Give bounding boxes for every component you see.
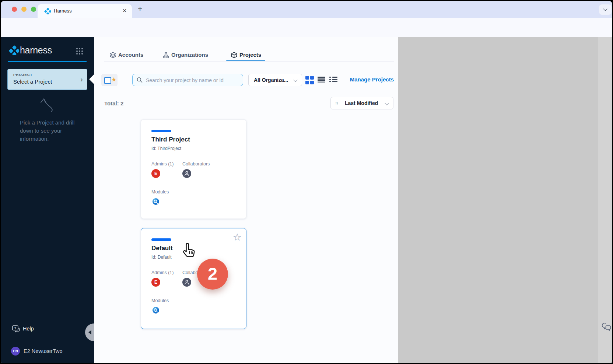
user-avatar: EN	[11, 347, 20, 356]
tabs-divider	[104, 61, 394, 62]
favorites-checkbox[interactable]	[104, 77, 111, 84]
annotation-step-badge: 2	[197, 259, 228, 290]
project-title: Default	[151, 245, 173, 252]
svg-text:?: ?	[14, 326, 17, 330]
browser-window: Harness ✕ + app.harness.io/ng/account/YW…	[1, 1, 612, 363]
collaborator-avatar[interactable]	[182, 278, 191, 287]
project-title: Third Project	[151, 136, 190, 143]
rows-view-toggle[interactable]	[318, 77, 325, 84]
help-button[interactable]: ? Help	[12, 325, 20, 334]
harness-favicon-icon	[44, 8, 51, 16]
browser-tab[interactable]: Harness ✕	[38, 4, 132, 18]
grid-view-toggle[interactable]	[305, 76, 314, 86]
total-count: Total: 2	[104, 100, 123, 106]
module-switcher-icon[interactable]	[76, 48, 83, 56]
favorites-filter: ★	[101, 74, 118, 86]
chevron-down-icon	[603, 7, 607, 11]
module-icon[interactable]	[152, 307, 160, 315]
hand-cursor-icon	[182, 242, 197, 263]
manage-projects-link[interactable]: Manage Projects	[337, 73, 394, 86]
sort-dropdown-value: Last Modified	[345, 100, 378, 106]
favorite-star-outline-icon[interactable]: ☆	[233, 231, 242, 243]
tab-accounts-label: Accounts	[118, 52, 143, 58]
tab-organizations-label: Organizations	[171, 52, 208, 58]
person-icon	[184, 279, 190, 285]
project-card-third-project[interactable]: Third Project Id: ThirdProject Admins (1…	[141, 119, 246, 219]
project-selector[interactable]: PROJECT Select a Project ›	[7, 69, 87, 90]
collaborator-avatar[interactable]	[182, 169, 191, 178]
tab-search-button[interactable]	[599, 4, 612, 15]
browser-toolbar: app.harness.io/ng/account/YWdkwNPiTceDUK…	[1, 18, 612, 38]
modules-label: Modules	[151, 189, 169, 195]
admin-avatar[interactable]: E	[151, 169, 160, 178]
org-chart-icon	[163, 52, 169, 60]
sort-arrows-icon: ↑↓	[335, 100, 337, 105]
chevron-down-icon	[385, 101, 389, 105]
admin-avatar[interactable]: E	[151, 278, 160, 287]
project-search	[132, 74, 243, 86]
project-color-bar	[151, 130, 171, 132]
project-card-default[interactable]: ☆ Default Id: Default Admins (1) Collabo…	[141, 228, 246, 329]
screenshot-stage: Harness ✕ + app.harness.io/ng/account/YW…	[0, 0, 613, 364]
person-icon	[184, 171, 190, 176]
window-zoom-button[interactable]	[31, 7, 36, 12]
doodle-arrow-icon	[37, 95, 56, 115]
modules-label: Modules	[151, 298, 169, 303]
sidebar-hint-text: Pick a Project and drill down to see you…	[20, 119, 87, 143]
module-icon[interactable]	[152, 198, 160, 207]
collapse-arrow-icon	[88, 330, 91, 335]
search-icon	[137, 77, 143, 83]
help-label: Help	[23, 326, 34, 332]
organization-dropdown-value: All Organiza...	[254, 77, 288, 83]
project-id: Id: Default	[151, 255, 172, 260]
layers-icon	[110, 52, 116, 60]
favorite-star-icon[interactable]: ★	[111, 76, 116, 83]
collaborators-label: Collaborators	[182, 161, 210, 167]
project-id: Id: ThirdProject	[151, 146, 181, 151]
sort-dropdown[interactable]: ↑↓ Last Modified	[330, 97, 393, 109]
harness-wordmark: harness	[20, 45, 52, 56]
chat-bubbles-icon[interactable]	[602, 322, 612, 333]
tab-title: Harness	[54, 8, 71, 14]
user-name: E2 NewuserTwo	[24, 348, 63, 354]
chevron-right-icon: ›	[80, 75, 83, 84]
tab-strip: Harness ✕ +	[1, 1, 612, 18]
window-minimize-button[interactable]	[21, 7, 27, 12]
tab-close-icon[interactable]: ✕	[122, 8, 127, 14]
tab-projects-label: Projects	[239, 52, 261, 58]
admins-label: Admins (1)	[151, 161, 174, 167]
window-close-button[interactable]	[12, 7, 17, 12]
project-selector-label: PROJECT	[13, 73, 33, 77]
organization-dropdown[interactable]: All Organiza...	[248, 74, 302, 86]
right-rail	[598, 37, 612, 363]
harness-logo-icon[interactable]	[9, 45, 19, 57]
sidebar-divider	[1, 313, 94, 313]
viewport-backdrop	[398, 37, 598, 363]
admins-label: Admins (1)	[151, 270, 174, 275]
cube-icon	[231, 52, 237, 60]
project-selector-value: Select a Project	[13, 78, 52, 85]
chevron-down-icon	[293, 78, 297, 82]
project-color-bar	[151, 238, 171, 241]
sidebar-accent-divider	[8, 61, 87, 62]
selector-pointer-caret	[89, 74, 94, 84]
search-input[interactable]	[145, 75, 241, 85]
new-tab-button[interactable]: +	[138, 4, 142, 13]
